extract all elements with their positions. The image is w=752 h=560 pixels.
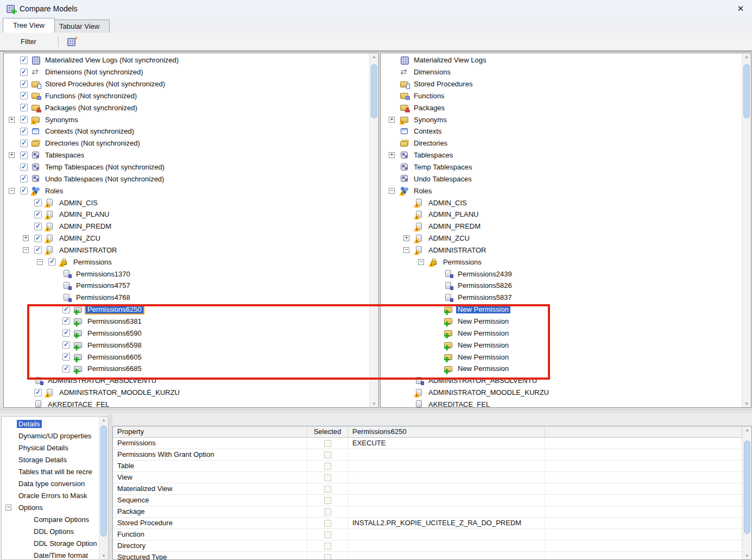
collapse-icon[interactable]: − [403, 247, 409, 253]
nav-item[interactable]: Oracle Errors to Mask [2, 489, 99, 501]
collapse-icon[interactable]: − [23, 247, 29, 253]
tree-item[interactable]: +ADMIN_ZCU [381, 232, 741, 244]
column-header[interactable]: Permissions6250 [348, 426, 545, 438]
tree-item[interactable]: −ADMINISTRATOR [4, 244, 369, 256]
item-checkbox[interactable] [20, 187, 28, 194]
tree-item[interactable]: Materialized View Logs (Not synchronized… [4, 54, 369, 66]
tree-item[interactable]: Directories (Not synchronized) [4, 137, 369, 149]
item-checkbox[interactable] [20, 140, 28, 147]
item-checkbox[interactable] [34, 199, 42, 206]
nav-item[interactable]: −Options [2, 501, 99, 513]
selected-checkbox[interactable] [324, 486, 331, 493]
selected-checkbox[interactable] [324, 531, 331, 538]
tree-item[interactable]: Directories [381, 137, 741, 149]
nav-item[interactable]: Dynamic/UD properties [2, 430, 99, 442]
scrollbar-thumb[interactable] [371, 64, 377, 118]
tree-item[interactable]: Permissions4757 [4, 280, 369, 292]
tree-item[interactable]: Permissions5837 [381, 292, 741, 304]
tree-item[interactable]: −Roles [4, 185, 369, 197]
table-row[interactable]: Structured Type [113, 552, 742, 559]
tree-item[interactable]: Packages [381, 102, 741, 114]
tree-item[interactable]: Functions (Not synchronized) [4, 90, 369, 102]
column-header[interactable]: Property [113, 426, 307, 438]
scrollbar-thumb[interactable] [744, 441, 750, 534]
item-checkbox[interactable] [34, 235, 42, 242]
scroll-up-icon[interactable]: ▲ [742, 54, 751, 59]
nav-item[interactable]: Details [2, 418, 99, 430]
tree-item[interactable]: Stored Procedures [381, 78, 741, 90]
nav-item[interactable]: Tables that will be recre [2, 465, 99, 477]
nav-item[interactable]: Date/Time format [2, 549, 99, 559]
expand-icon[interactable]: + [389, 117, 395, 123]
scrollbar-thumb[interactable] [743, 64, 750, 118]
nav-item[interactable]: Physical Details [2, 442, 99, 454]
tree-item[interactable]: Temp Tablespaces [381, 161, 741, 173]
item-checkbox[interactable] [20, 80, 28, 88]
item-checkbox[interactable] [20, 68, 28, 76]
tree-item[interactable]: −Roles [381, 185, 741, 197]
tree-item[interactable]: Permissions4768 [4, 292, 369, 304]
tab-tree-view[interactable]: Tree View [3, 18, 55, 33]
selected-checkbox[interactable] [324, 508, 331, 515]
column-header[interactable]: Selected [307, 426, 348, 438]
table-row[interactable]: Package [113, 506, 742, 518]
tree-item[interactable]: Permissions5826 [381, 280, 741, 292]
expand-icon[interactable]: + [9, 152, 15, 158]
nav-item[interactable]: DDL Storage Option [2, 537, 99, 549]
table-row[interactable]: Materialized View [113, 483, 742, 495]
tree-item[interactable]: +ADMIN_ZCU [4, 232, 369, 244]
table-row[interactable]: Table [113, 461, 742, 472]
tree-item[interactable]: +Tablespaces [4, 149, 369, 161]
new-filter-button[interactable] [65, 35, 79, 48]
table-row[interactable]: Directory [113, 540, 742, 552]
tree-item[interactable]: Packages (Not synchronized) [4, 102, 369, 114]
table-row[interactable]: Function [113, 529, 742, 540]
collapse-icon[interactable]: − [9, 188, 15, 194]
tree-item[interactable]: ADMIN_CIS [4, 197, 369, 209]
item-checkbox[interactable] [20, 163, 28, 171]
vertical-scrollbar[interactable]: ▲ ▼ [742, 426, 751, 559]
scroll-down-icon[interactable]: ▼ [743, 553, 751, 558]
tree-item[interactable]: Undo Tablespaces (Not synchronized) [4, 173, 369, 185]
expand-icon[interactable]: + [23, 235, 29, 241]
tree-item[interactable]: Dimensions (Not synchronized) [4, 66, 369, 78]
scroll-down-icon[interactable]: ▼ [370, 401, 378, 406]
scrollbar-thumb[interactable] [100, 425, 107, 537]
tree-item[interactable]: Functions [381, 90, 741, 102]
tree-item[interactable]: +Tablespaces [381, 149, 741, 161]
tree-item[interactable]: Dimensions [381, 66, 741, 78]
nav-item[interactable]: Compare Options [2, 513, 99, 525]
item-checkbox[interactable] [20, 116, 28, 123]
close-icon[interactable]: ✕ [734, 3, 748, 15]
tree-item[interactable]: ADMIN_PREDM [381, 221, 741, 232]
nav-item[interactable]: DDL Options [2, 525, 99, 537]
item-checkbox[interactable] [34, 211, 42, 218]
tree-item[interactable]: AKREDITACE_FEL [381, 398, 741, 407]
scroll-down-icon[interactable]: ▼ [742, 401, 751, 406]
collapse-icon[interactable]: − [418, 259, 424, 265]
tree-item[interactable]: ADMIN_CIS [381, 197, 741, 209]
item-checkbox[interactable] [20, 175, 28, 183]
selected-checkbox[interactable] [324, 554, 331, 560]
item-checkbox[interactable] [20, 56, 28, 64]
vertical-scrollbar[interactable]: ▲ ▼ [742, 53, 751, 407]
tree-item[interactable]: Undo Tablespaces [381, 173, 741, 185]
scroll-down-icon[interactable]: ▼ [99, 553, 108, 558]
nav-item[interactable]: Data type conversion [2, 477, 99, 489]
tab-tabular-view[interactable]: Tabular View [49, 20, 110, 33]
table-row[interactable]: Stored ProcedureINSTALL2.PR_KOPIE_UCITEL… [113, 518, 742, 529]
item-checkbox[interactable] [48, 258, 56, 266]
collapse-icon[interactable]: − [37, 259, 43, 265]
selected-checkbox[interactable] [324, 474, 331, 481]
expand-icon[interactable]: + [389, 152, 395, 158]
item-checkbox[interactable] [20, 152, 28, 159]
item-checkbox[interactable] [20, 128, 28, 135]
filter-label[interactable]: Filter [21, 37, 36, 46]
selected-checkbox[interactable] [324, 497, 331, 504]
item-checkbox[interactable] [34, 223, 42, 230]
tree-item[interactable]: Materialized View Logs [381, 54, 741, 66]
item-checkbox[interactable] [34, 246, 42, 254]
item-checkbox[interactable] [20, 92, 28, 99]
tree-item[interactable]: +Synonyms [381, 114, 741, 125]
tree-item[interactable]: Permissions2439 [381, 268, 741, 280]
